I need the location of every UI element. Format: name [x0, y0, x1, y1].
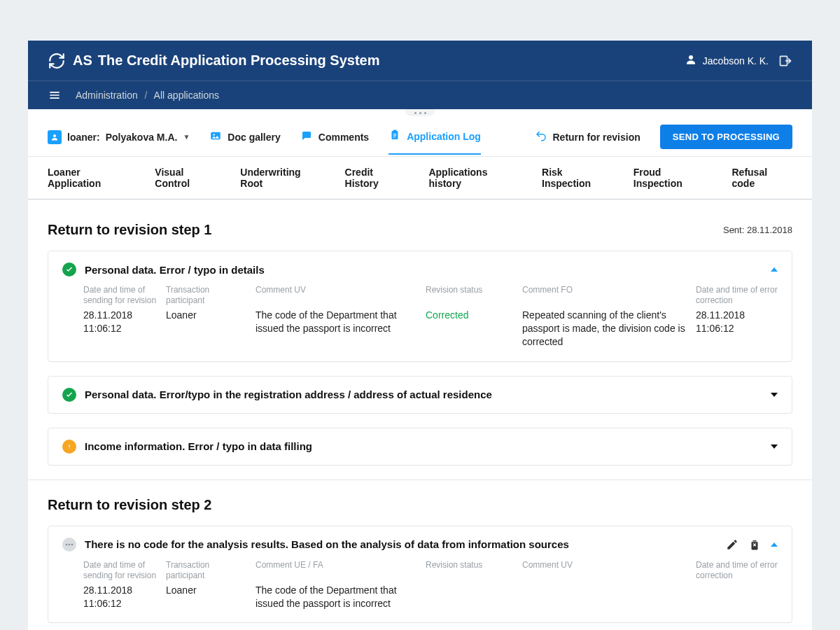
col-value: Loaner: [166, 584, 250, 610]
chat-icon: [300, 130, 313, 144]
application-log-label: Application Log: [407, 131, 481, 142]
col-header: Date and time of sending for revision: [83, 285, 160, 306]
drag-handle[interactable]: [28, 109, 812, 116]
card-details-grid: Date and time of sending for revision Tr…: [83, 285, 778, 349]
step2-title: Return to revision step 2: [48, 497, 212, 513]
tab-visual-control[interactable]: Visual Control: [155, 167, 220, 189]
topbar: AS The Credit Application Processing Sys…: [28, 41, 812, 81]
check-circle-icon: [62, 262, 76, 276]
action-row: loaner: Polyakova M.A. ▼ Doc gallery Com…: [28, 116, 812, 157]
col-value: Repeated scanning of the client's passpo…: [522, 309, 690, 349]
tab-risk-inspection[interactable]: Risk Inspection: [542, 167, 614, 189]
loaner-selector[interactable]: loaner: Polyakova M.A. ▼: [48, 130, 190, 144]
refresh-icon: [48, 52, 66, 70]
content-step2: Return to revision step 2 There is no co…: [28, 497, 812, 624]
expand-icon[interactable]: [771, 393, 778, 397]
person-icon: [685, 53, 697, 68]
logout-icon[interactable]: [778, 54, 792, 68]
send-to-processing-button[interactable]: SEND TO PROCESSING: [660, 125, 792, 149]
breadcrumb-bar: Administration / All applications: [28, 81, 812, 109]
col-value: 28.11.2018 11:06:12: [83, 309, 160, 349]
col-value: Loaner: [166, 309, 250, 349]
revision-card-expanded: Personal data. Error / typo in details D…: [48, 251, 792, 362]
card-title: Personal data. Error/typo in the registr…: [85, 388, 492, 400]
logo: AS The Credit Application Processing Sys…: [48, 52, 379, 70]
expand-icon[interactable]: [771, 444, 778, 449]
col-header: Comment UV: [522, 560, 690, 581]
col-value: 28.11.2018 11:06:12: [83, 584, 160, 610]
svg-rect-8: [69, 448, 70, 449]
chevron-down-icon: ▼: [183, 133, 190, 141]
return-for-revision-button[interactable]: Return for revision: [535, 130, 640, 144]
col-value: [696, 584, 787, 610]
loaner-prefix: loaner:: [67, 132, 100, 143]
col-value: [426, 584, 517, 610]
sent-time: 11:06:12: [83, 322, 160, 335]
doc-gallery-label: Doc gallery: [227, 132, 280, 143]
current-user[interactable]: Jacobson K. K.: [685, 53, 769, 68]
card-header[interactable]: Personal data. Error/typo in the registr…: [62, 388, 778, 402]
col-value: The code of the Department that issued t…: [255, 309, 420, 349]
revision-status-value: Corrected: [426, 309, 517, 349]
sent-date: 28.11.2018: [83, 584, 160, 597]
svg-point-9: [66, 543, 68, 545]
comments-button[interactable]: Comments: [300, 130, 369, 144]
image-icon: [209, 130, 222, 144]
alert-circle-icon: [62, 440, 76, 454]
svg-point-0: [689, 55, 693, 59]
tab-loaner-application[interactable]: Loaner Application: [48, 167, 135, 189]
dots-circle-icon: [62, 538, 76, 552]
col-header: Transaction participant: [166, 285, 250, 306]
return-for-revision-label: Return for revision: [553, 132, 640, 143]
breadcrumb-level2[interactable]: All applications: [154, 90, 219, 101]
card-header[interactable]: Income information. Error / typo in data…: [62, 440, 778, 454]
card-header[interactable]: Personal data. Error / typo in details: [48, 251, 792, 279]
content-step1: Return to revision step 1 Sent: 28.11.20…: [28, 200, 812, 465]
svg-point-10: [69, 543, 71, 545]
sent-date: 28.11.2018: [83, 309, 160, 322]
corr-time: 11:06:12: [696, 322, 787, 335]
app-shell: AS The Credit Application Processing Sys…: [28, 41, 812, 630]
card-details-grid: Date and time of sending for revision Tr…: [83, 560, 778, 610]
breadcrumb-level1[interactable]: Administration: [76, 90, 138, 101]
svg-rect-7: [69, 444, 70, 447]
tab-underwriting-root[interactable]: Underwriting Root: [240, 167, 325, 189]
tab-refusal-code[interactable]: Refusal code: [732, 167, 793, 189]
breadcrumb: Administration / All applications: [76, 90, 219, 101]
col-header: Transaction participant: [166, 560, 250, 581]
card-header[interactable]: There is no code for the analysis result…: [48, 526, 792, 554]
svg-rect-5: [392, 131, 398, 139]
menu-icon[interactable]: [48, 88, 62, 102]
collapse-icon[interactable]: [771, 267, 778, 272]
doc-gallery-button[interactable]: Doc gallery: [209, 130, 280, 144]
tab-froud-inspection[interactable]: Froud Inspection: [634, 167, 713, 189]
col-header: Comment FO: [522, 285, 690, 306]
revision-card-collapsed: Income information. Error / typo in data…: [48, 428, 792, 465]
card-title: Personal data. Error / typo in details: [85, 264, 265, 276]
section-divider: [28, 479, 812, 480]
edit-icon[interactable]: [726, 538, 738, 551]
delete-icon[interactable]: [748, 538, 761, 551]
col-value: 28.11.2018 11:06:12: [696, 309, 787, 349]
col-value: The code of the Department that issued t…: [255, 584, 420, 610]
tab-applications-history[interactable]: Applications history: [428, 167, 522, 189]
col-header: Date and time of error correction: [696, 285, 787, 306]
revision-card-expanded: There is no code for the analysis result…: [48, 526, 792, 624]
card-title: There is no code for the analysis result…: [85, 538, 569, 550]
collapse-icon[interactable]: [771, 542, 778, 547]
revision-card-collapsed: Personal data. Error/typo in the registr…: [48, 376, 792, 414]
breadcrumb-separator: /: [141, 90, 152, 101]
col-header: Comment UE / FA: [255, 560, 420, 581]
clipboard-icon: [388, 129, 401, 144]
tab-credit-history[interactable]: Credit History: [345, 167, 410, 189]
application-log-tab[interactable]: Application Log: [388, 129, 481, 155]
app-short-title: AS: [73, 52, 92, 69]
svg-point-2: [53, 134, 56, 137]
col-value: [522, 584, 690, 610]
loaner-name: Polyakova M.A.: [106, 132, 178, 143]
app-title: The Credit Application Processing System: [98, 52, 380, 69]
person-badge-icon: [48, 130, 62, 144]
card-title: Income information. Error / typo in data…: [85, 440, 312, 452]
svg-point-4: [214, 134, 215, 135]
col-header: Revision status: [426, 560, 517, 581]
